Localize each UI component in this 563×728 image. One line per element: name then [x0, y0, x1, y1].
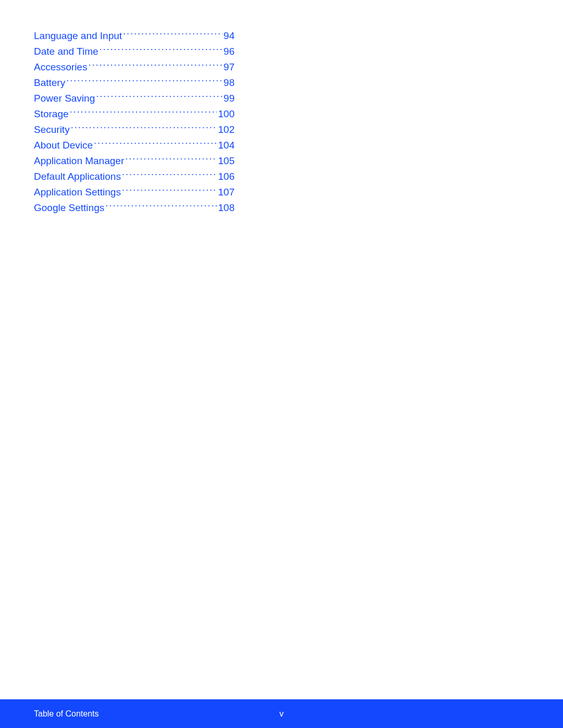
toc-entry-title: Power Saving	[34, 91, 95, 106]
toc-entry-page: 94	[224, 28, 235, 44]
toc-entry-page: 106	[218, 169, 235, 184]
toc-leader	[71, 123, 217, 133]
toc-entry-title: Storage	[34, 106, 69, 122]
toc-entry-page: 96	[224, 44, 235, 59]
toc-entry-title: Date and Time	[34, 44, 99, 59]
footer-page-number: v	[279, 709, 284, 719]
toc-entry-title: Accessories	[34, 59, 87, 75]
toc-entry-title: About Device	[34, 138, 93, 153]
toc-leader	[122, 186, 217, 195]
toc-entry-title: Default Applications	[34, 169, 121, 184]
toc-entry-page: 99	[224, 91, 235, 106]
page-content: Language and Input 94 Date and Time 96 A…	[0, 0, 563, 699]
toc-entry-title: Battery	[34, 75, 65, 91]
toc-entry-page: 98	[224, 75, 235, 91]
toc-entry-accessories[interactable]: Accessories 97	[34, 59, 235, 75]
toc-entry-page: 100	[218, 106, 235, 122]
toc-entry-power-saving[interactable]: Power Saving 99	[34, 91, 235, 106]
toc-list: Language and Input 94 Date and Time 96 A…	[34, 28, 235, 216]
toc-leader	[105, 201, 217, 211]
toc-leader	[122, 170, 217, 180]
toc-leader	[70, 107, 217, 117]
toc-entry-title: Application Settings	[34, 184, 121, 200]
toc-leader	[66, 76, 223, 86]
toc-entry-application-manager[interactable]: Application Manager 105	[34, 153, 235, 169]
toc-leader	[96, 92, 223, 102]
toc-entry-battery[interactable]: Battery 98	[34, 75, 235, 91]
toc-leader	[125, 154, 217, 164]
toc-leader	[100, 45, 223, 55]
toc-entry-page: 102	[218, 122, 235, 138]
toc-entry-google-settings[interactable]: Google Settings 108	[34, 200, 235, 216]
toc-entry-date-and-time[interactable]: Date and Time 96	[34, 44, 235, 59]
toc-entry-page: 104	[218, 138, 235, 153]
toc-leader	[94, 139, 217, 149]
page-footer: Table of Contents v	[0, 699, 563, 728]
toc-entry-title: Google Settings	[34, 200, 104, 216]
toc-entry-page: 108	[218, 200, 235, 216]
toc-leader	[123, 29, 223, 39]
toc-leader	[88, 60, 222, 70]
footer-title: Table of Contents	[34, 709, 99, 719]
toc-entry-title: Security	[34, 122, 70, 138]
toc-entry-title: Language and Input	[34, 28, 122, 44]
toc-entry-language-and-input[interactable]: Language and Input 94	[34, 28, 235, 44]
toc-entry-about-device[interactable]: About Device 104	[34, 138, 235, 153]
toc-entry-storage[interactable]: Storage 100	[34, 106, 235, 122]
toc-entry-security[interactable]: Security 102	[34, 122, 235, 138]
toc-entry-title: Application Manager	[34, 153, 124, 169]
toc-entry-application-settings[interactable]: Application Settings 107	[34, 184, 235, 200]
toc-entry-page: 105	[218, 153, 235, 169]
toc-entry-page: 97	[224, 59, 235, 75]
toc-entry-default-applications[interactable]: Default Applications 106	[34, 169, 235, 184]
toc-entry-page: 107	[218, 184, 235, 200]
